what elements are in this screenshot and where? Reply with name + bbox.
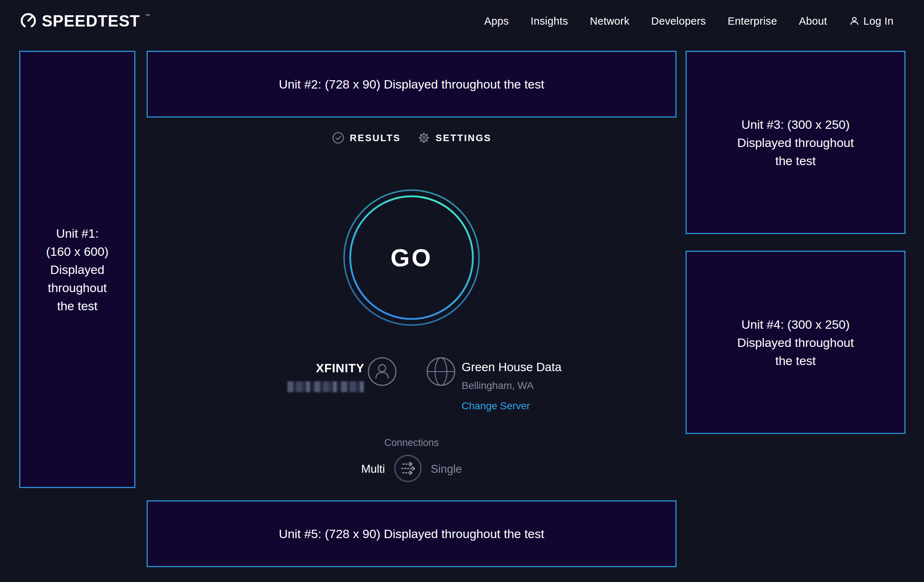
connections-toggle[interactable] [394, 454, 422, 484]
ad-unit-3-text: Unit #3: (300 x 250) Displayed throughou… [737, 115, 854, 170]
tab-results[interactable]: RESULTS [332, 131, 401, 144]
connections-toggle-row: Multi Single [147, 454, 676, 484]
isp-block: XFINITY [287, 361, 365, 392]
multi-connection-arrows-icon [394, 454, 422, 483]
results-settings-tabs: RESULTS [147, 131, 676, 144]
go-button[interactable]: GO [343, 189, 480, 326]
nav-item-enterprise[interactable]: Enterprise [728, 15, 777, 27]
speedometer-icon [20, 12, 37, 29]
tab-settings[interactable]: SETTINGS [417, 131, 492, 144]
ad-line: the test [737, 152, 854, 170]
ad-line: the test [46, 297, 109, 315]
globe-icon [426, 357, 456, 386]
server-block: Green House Data Bellingham, WA Change S… [462, 360, 561, 412]
connections-single-label: Single [431, 463, 462, 476]
tab-settings-label: SETTINGS [436, 132, 492, 144]
isp-user-icon [367, 357, 397, 386]
ad-unit-4-text: Unit #4: (300 x 250) Displayed throughou… [737, 315, 854, 370]
login-link[interactable]: Log In [849, 15, 894, 27]
connections-label: Connections [147, 437, 676, 448]
ad-unit-1-text: Unit #1: (160 x 600) Displayed throughou… [46, 224, 109, 315]
tab-results-label: RESULTS [350, 132, 401, 144]
ad-line: the test [737, 351, 854, 370]
ad-unit-4-rectangle: Unit #4: (300 x 250) Displayed throughou… [686, 251, 906, 434]
isp-name: XFINITY [287, 361, 365, 375]
isp-details-redacted [287, 381, 365, 392]
speedtest-logo[interactable]: SPEEDTEST ™ [20, 12, 150, 30]
logo-text: SPEEDTEST [42, 12, 140, 30]
change-server-link[interactable]: Change Server [462, 400, 530, 412]
user-icon [849, 16, 860, 26]
connections-section: Connections Multi Single [147, 437, 676, 484]
ad-unit-1-skyscraper: Unit #1: (160 x 600) Displayed throughou… [19, 51, 135, 488]
ad-unit-3-rectangle: Unit #3: (300 x 250) Displayed throughou… [686, 51, 906, 234]
go-button-label: GO [343, 189, 480, 326]
ad-line: Unit #1: [46, 224, 109, 242]
ad-line: Unit #4: (300 x 250) [737, 315, 854, 333]
ad-line: Displayed throughout [737, 134, 854, 152]
nav-item-about[interactable]: About [799, 15, 827, 27]
connections-multi-label: Multi [361, 463, 385, 476]
ad-line: Displayed throughout [737, 333, 854, 351]
login-label: Log In [863, 15, 894, 27]
ad-line: throughout [46, 279, 109, 297]
ad-line: (160 x 600) [46, 242, 109, 260]
check-circle-icon [332, 131, 345, 144]
ad-line: Displayed [46, 260, 109, 279]
server-location: Bellingham, WA [462, 380, 561, 391]
server-name: Green House Data [462, 360, 561, 374]
gear-icon [417, 131, 431, 144]
speedtest-main-panel: RESULTS [147, 0, 676, 582]
ad-line: Unit #3: (300 x 250) [737, 115, 854, 134]
